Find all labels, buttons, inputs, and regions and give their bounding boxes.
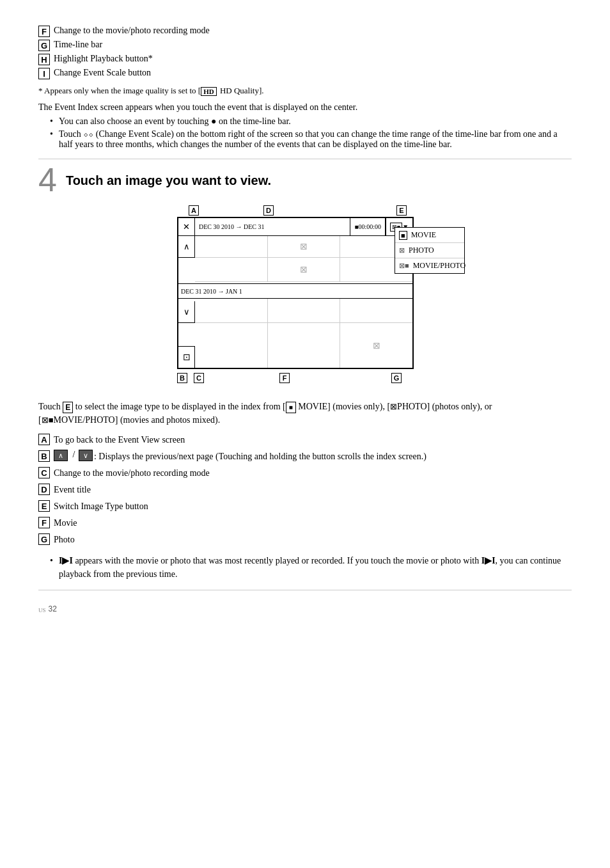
label-E-item: E xyxy=(38,500,50,512)
label-C-box: C xyxy=(194,373,204,383)
item-C-row: C Change to the movie/photo recording mo… xyxy=(38,466,572,480)
arrow-up-btn[interactable]: ∧ xyxy=(54,450,68,461)
item-H-row: H Highlight Playback button* xyxy=(38,54,572,65)
thumb-4-2 xyxy=(268,323,341,368)
item-G-item-row: G Photo xyxy=(38,533,572,546)
thumb-4-3: ⊠ xyxy=(340,323,412,368)
hd-badge: HD xyxy=(201,87,217,96)
date-label-1: DEC 30 2010 → DEC 31 xyxy=(195,218,350,235)
us-label: US xyxy=(38,607,46,613)
page-number: 32 xyxy=(49,604,57,613)
item-A-row: A To go back to the Event View screen xyxy=(38,433,572,446)
item-C-text: Change to the movie/photo recording mode xyxy=(54,466,572,480)
label-F-area: F xyxy=(279,373,293,383)
asterisk-note: * Appears only when the image quality is… xyxy=(38,86,572,96)
inline-moviephoto-sym: ⊠■ xyxy=(42,415,54,425)
nav-up-button[interactable]: ∧ xyxy=(178,236,195,258)
date-row-2: DEC 31 2010 → JAN 1 xyxy=(178,283,412,299)
close-x[interactable]: ✕ xyxy=(178,218,195,235)
thumb-row-2: ⊠ xyxy=(195,258,412,282)
label-D-box: D xyxy=(263,205,274,216)
item-E-row: E Switch Image Type button xyxy=(38,500,572,513)
footer-note: I▶I appears with the movie or photo that… xyxy=(38,554,572,581)
item-G-item-text: Photo xyxy=(54,533,572,546)
item-G-text: Time-line bar xyxy=(54,40,102,50)
inline-movie-icon: ■ xyxy=(286,402,296,413)
thumb-4-1 xyxy=(195,323,268,368)
items-section: A To go back to the Event View screen B … xyxy=(38,433,572,546)
label-B-box: B xyxy=(177,373,187,383)
thumb-3-2 xyxy=(268,299,341,322)
label-E-box: E xyxy=(396,205,407,216)
bullet-1: You can also choose an event by touching… xyxy=(50,116,572,127)
page-num-area: US 32 xyxy=(38,599,572,613)
footer-bullet-1: I▶I appears with the movie or photo that… xyxy=(50,554,572,581)
item-I-text: Change Event Scale button xyxy=(54,68,151,78)
label-G: G xyxy=(38,40,50,51)
item-B-text: : Displays the previous/next page (Touch… xyxy=(94,450,426,463)
movie-icon: ■ xyxy=(399,231,407,240)
dropdown-movie[interactable]: ■ MOVIE xyxy=(395,228,464,243)
label-A-box: A xyxy=(189,205,199,216)
arrow-down-btn[interactable]: ∨ xyxy=(79,450,93,461)
photo-label: PHOTO xyxy=(409,246,434,255)
nav-down-button[interactable]: ∨ xyxy=(178,301,195,323)
thumb-row-1: ⊠ xyxy=(195,236,412,258)
item-F-item-text: Movie xyxy=(54,516,572,530)
item-F-text: Change to the movie/photo recording mode xyxy=(54,26,210,36)
thumb-1-1 xyxy=(195,236,268,257)
label-D-item: D xyxy=(38,484,50,495)
photo-icon: ⊠ xyxy=(399,246,405,255)
bottom-labels: B C xyxy=(177,373,208,383)
label-F-item: F xyxy=(38,517,50,528)
dropdown-photo[interactable]: ⊠ PHOTO xyxy=(395,243,464,258)
bullet-2: Touch ⬦⬦ (Change Event Scale) on the bot… xyxy=(50,129,572,150)
label-G-diag-box: G xyxy=(391,373,402,383)
label-G-item: G xyxy=(38,533,50,545)
item-F-row: F Change to the movie/photo recording mo… xyxy=(38,26,572,37)
body-text: Touch E to select the image type to be d… xyxy=(38,400,572,427)
thumb-3-1 xyxy=(195,299,268,322)
diagram-label-D: D xyxy=(263,205,278,216)
top-items-section: F Change to the movie/photo recording mo… xyxy=(38,26,572,79)
diagram-label-A: A xyxy=(189,205,203,216)
label-A-item: A xyxy=(38,434,50,445)
inline-photo-sym: ⊠ xyxy=(390,402,397,411)
label-G-area: G xyxy=(391,373,405,383)
label-H: H xyxy=(38,54,50,65)
diagram-wrapper: A D E ✕ DEC 30 2010 → DEC 31 ■00:00:00 ⊠… xyxy=(38,205,572,391)
diagram-container: A D E ✕ DEC 30 2010 → DEC 31 ■00:00:00 ⊠… xyxy=(145,205,465,391)
camera-button[interactable]: ⊡ xyxy=(178,346,195,368)
moviephoto-icon: ⊠■ xyxy=(399,262,409,270)
label-F: F xyxy=(38,26,50,37)
item-D-text: Event title xyxy=(54,483,572,496)
inline-E: E xyxy=(63,402,73,413)
label-C-item: C xyxy=(38,467,50,478)
label-I: I xyxy=(38,68,50,79)
divider-top xyxy=(38,159,572,159)
item-B-row: B ∧ / ∨ : Displays the previous/next pag… xyxy=(38,450,572,463)
divider-bottom xyxy=(38,590,572,590)
step-number: 4 xyxy=(38,163,57,196)
dropdown-moviephoto[interactable]: ⊠■ MOVIE/PHOTO xyxy=(395,258,464,273)
moviephoto-label: MOVIE/PHOTO xyxy=(413,261,465,271)
diagram-screen: ✕ DEC 30 2010 → DEC 31 ■00:00:00 ⊠■ ▼ ∧ … xyxy=(177,217,414,369)
item-B-arrows: ∧ / ∨ xyxy=(54,450,94,461)
item-I-row: I Change Event Scale button xyxy=(38,68,572,79)
top-bar: ✕ DEC 30 2010 → DEC 31 ■00:00:00 ⊠■ ▼ xyxy=(178,218,412,236)
thumb-2-2: ⊠ xyxy=(268,258,341,281)
item-G-row: G Time-line bar xyxy=(38,40,572,51)
thumb-1-2: ⊠ xyxy=(268,236,341,257)
item-E-text: Switch Image Type button xyxy=(54,500,572,513)
item-A-text: To go back to the Event View screen xyxy=(54,433,572,446)
thumb-row-3 xyxy=(195,299,412,323)
thumb-2-1 xyxy=(195,258,268,281)
step-4-container: 4 Touch an image you want to view. xyxy=(38,168,572,196)
bullet-list: You can also choose an event by touching… xyxy=(50,116,572,150)
intro-text: The Event Index screen appears when you … xyxy=(38,102,572,113)
label-B-item: B xyxy=(38,450,50,462)
item-D-row: D Event title xyxy=(38,483,572,496)
item-H-text: Highlight Playback button* xyxy=(54,54,153,64)
step-text: Touch an image you want to view. xyxy=(66,168,271,188)
thumb-3-3 xyxy=(340,299,412,322)
